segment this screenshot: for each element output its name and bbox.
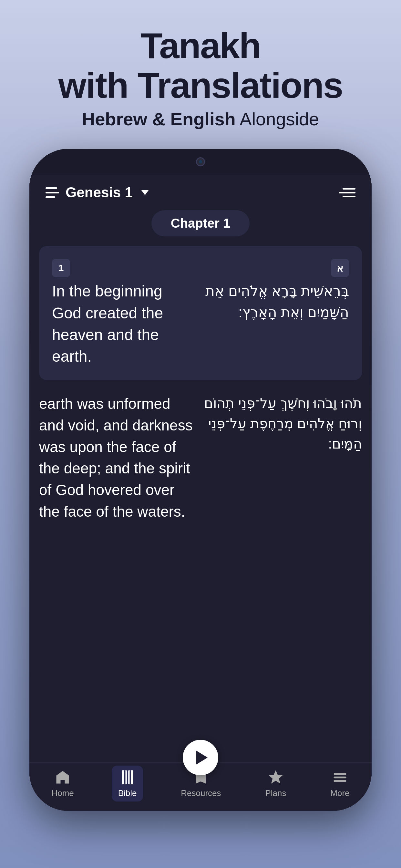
settings-icon[interactable] (339, 188, 356, 197)
verse-1-english: In the beginning God created the heaven … (52, 280, 196, 367)
chevron-down-icon[interactable] (141, 190, 149, 195)
phone-top-bar (29, 149, 372, 175)
verse-1-number: 1 (52, 259, 70, 277)
tab-more-label: More (330, 788, 349, 798)
camera (196, 157, 205, 166)
subtitle-bold: Hebrew & English (82, 109, 236, 129)
bible-icon (119, 769, 136, 786)
chapter-badge[interactable]: Chapter 1 (151, 210, 250, 237)
svg-rect-5 (334, 773, 346, 775)
verse-2-english: earth was unformed and void, and darknes… (39, 393, 197, 522)
tab-more[interactable]: More (324, 766, 356, 802)
verse-2-hebrew: תֹהוּ וָבֹהוּ וְחֹשֶׁךְ עַל־פְּנֵי תְהוֹ… (204, 393, 362, 522)
svg-rect-2 (124, 771, 125, 784)
svg-rect-6 (334, 777, 346, 778)
svg-rect-3 (129, 771, 131, 784)
hamburger-icon[interactable] (45, 187, 59, 198)
aleph-badge: א (331, 259, 349, 277)
header-section: Tanakh with Translations Hebrew & Englis… (0, 0, 401, 149)
nav-bar: Genesis 1 (29, 175, 372, 210)
app-content: Genesis 1 Chapter 1 1 In the b (29, 175, 372, 811)
nav-left: Genesis 1 (45, 184, 149, 200)
header-subtitle: Hebrew & English Alongside (26, 108, 375, 129)
scroll-content[interactable]: 1 In the beginning God created the heave… (29, 243, 372, 763)
home-icon (54, 769, 71, 786)
nav-title[interactable]: Genesis 1 (66, 184, 133, 200)
verse-1-card[interactable]: 1 In the beginning God created the heave… (39, 246, 362, 380)
svg-marker-4 (269, 771, 282, 784)
chapter-badge-text: Chapter 1 (171, 216, 230, 230)
tab-home-label: Home (51, 788, 73, 798)
title-line2: with Translations (58, 65, 343, 105)
tab-home[interactable]: Home (45, 766, 80, 802)
tab-resources-label: Resources (181, 788, 221, 798)
verse-1-row: 1 In the beginning God created the heave… (52, 259, 349, 367)
tab-bible-label: Bible (118, 788, 137, 798)
plans-icon (267, 769, 284, 786)
more-icon (332, 769, 348, 786)
chapter-badge-container: Chapter 1 (29, 210, 372, 237)
header-title: Tanakh with Translations (26, 26, 375, 105)
tab-bible[interactable]: Bible (112, 766, 143, 802)
phone-frame: Genesis 1 Chapter 1 1 In the b (29, 149, 372, 811)
verse-2-row[interactable]: earth was unformed and void, and darknes… (29, 386, 372, 529)
tab-plans[interactable]: Plans (258, 766, 292, 802)
tab-plans-label: Plans (265, 788, 286, 798)
title-line1: Tanakh (141, 26, 260, 66)
verse-1-hebrew: בְּרֵאשִׁית בָּרָא אֱלֹהִים אֵת הַשָּׁמַ… (205, 280, 349, 323)
svg-rect-7 (334, 780, 346, 782)
play-button[interactable] (183, 740, 218, 775)
subtitle-rest: Alongside (236, 109, 319, 129)
play-icon (196, 750, 208, 765)
